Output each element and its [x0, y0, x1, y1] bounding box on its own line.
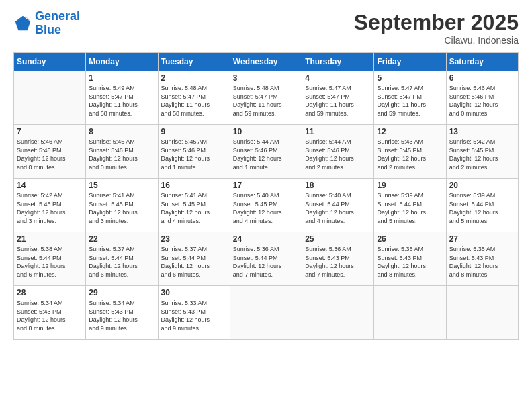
day-number: 28 [17, 288, 83, 298]
location: Cilawu, Indonesia [354, 35, 519, 46]
calendar-cell: 6Sunrise: 5:46 AM Sunset: 5:46 PM Daylig… [446, 71, 518, 125]
day-number: 6 [449, 73, 515, 83]
title-block: September 2025 Cilawu, Indonesia [354, 10, 519, 46]
calendar-cell: 13Sunrise: 5:42 AM Sunset: 5:45 PM Dayli… [446, 125, 518, 179]
day-info: Sunrise: 5:43 AM Sunset: 5:45 PM Dayligh… [377, 138, 443, 171]
day-info: Sunrise: 5:35 AM Sunset: 5:43 PM Dayligh… [377, 245, 443, 279]
calendar-cell: 18Sunrise: 5:40 AM Sunset: 5:44 PM Dayli… [302, 179, 374, 232]
calendar-cell: 20Sunrise: 5:39 AM Sunset: 5:44 PM Dayli… [446, 179, 518, 232]
calendar-cell: 14Sunrise: 5:42 AM Sunset: 5:45 PM Dayli… [14, 179, 86, 232]
day-info: Sunrise: 5:41 AM Sunset: 5:45 PM Dayligh… [89, 191, 154, 225]
day-number: 8 [89, 127, 154, 136]
calendar-cell: 23Sunrise: 5:37 AM Sunset: 5:44 PM Dayli… [158, 232, 230, 286]
day-info: Sunrise: 5:45 AM Sunset: 5:46 PM Dayligh… [161, 138, 227, 171]
day-number: 14 [17, 181, 83, 190]
calendar-cell: 1Sunrise: 5:49 AM Sunset: 5:47 PM Daylig… [86, 71, 158, 125]
week-row-2: 7Sunrise: 5:46 AM Sunset: 5:46 PM Daylig… [14, 125, 519, 179]
logo-icon [13, 14, 32, 33]
day-info: Sunrise: 5:34 AM Sunset: 5:43 PM Dayligh… [89, 299, 154, 332]
calendar-cell: 12Sunrise: 5:43 AM Sunset: 5:45 PM Dayli… [374, 125, 446, 179]
calendar-cell: 16Sunrise: 5:41 AM Sunset: 5:45 PM Dayli… [158, 179, 230, 232]
calendar-cell: 28Sunrise: 5:34 AM Sunset: 5:43 PM Dayli… [14, 286, 86, 340]
day-info: Sunrise: 5:34 AM Sunset: 5:43 PM Dayligh… [17, 299, 83, 332]
day-number: 22 [89, 234, 154, 244]
day-info: Sunrise: 5:38 AM Sunset: 5:44 PM Dayligh… [17, 245, 83, 279]
calendar-cell: 11Sunrise: 5:44 AM Sunset: 5:46 PM Dayli… [302, 125, 374, 179]
day-number: 1 [89, 73, 154, 83]
day-info: Sunrise: 5:40 AM Sunset: 5:45 PM Dayligh… [233, 191, 299, 225]
day-number: 4 [305, 73, 371, 83]
calendar-cell [230, 286, 302, 340]
calendar-cell: 17Sunrise: 5:40 AM Sunset: 5:45 PM Dayli… [230, 179, 302, 232]
day-number: 21 [17, 234, 83, 244]
weekday-header-sunday: Sunday [14, 53, 86, 71]
calendar-table: SundayMondayTuesdayWednesdayThursdayFrid… [13, 52, 519, 340]
week-row-3: 14Sunrise: 5:42 AM Sunset: 5:45 PM Dayli… [14, 179, 519, 232]
calendar-cell: 10Sunrise: 5:44 AM Sunset: 5:46 PM Dayli… [230, 125, 302, 179]
day-info: Sunrise: 5:44 AM Sunset: 5:46 PM Dayligh… [305, 138, 371, 171]
month-title: September 2025 [354, 10, 519, 35]
day-number: 7 [17, 127, 83, 136]
day-info: Sunrise: 5:47 AM Sunset: 5:47 PM Dayligh… [377, 84, 443, 118]
day-info: Sunrise: 5:46 AM Sunset: 5:46 PM Dayligh… [17, 138, 83, 171]
calendar-cell: 8Sunrise: 5:45 AM Sunset: 5:46 PM Daylig… [86, 125, 158, 179]
calendar-cell: 30Sunrise: 5:33 AM Sunset: 5:43 PM Dayli… [158, 286, 230, 340]
day-number: 3 [233, 73, 299, 83]
day-number: 23 [161, 234, 227, 244]
day-info: Sunrise: 5:45 AM Sunset: 5:46 PM Dayligh… [89, 138, 154, 171]
day-info: Sunrise: 5:39 AM Sunset: 5:44 PM Dayligh… [377, 191, 443, 225]
day-info: Sunrise: 5:48 AM Sunset: 5:47 PM Dayligh… [161, 84, 227, 118]
calendar-cell [374, 286, 446, 340]
svg-marker-0 [15, 16, 30, 30]
weekday-header-tuesday: Tuesday [158, 53, 230, 71]
calendar-cell: 3Sunrise: 5:48 AM Sunset: 5:47 PM Daylig… [230, 71, 302, 125]
day-info: Sunrise: 5:36 AM Sunset: 5:43 PM Dayligh… [305, 245, 371, 279]
calendar-cell: 25Sunrise: 5:36 AM Sunset: 5:43 PM Dayli… [302, 232, 374, 286]
day-number: 27 [449, 234, 515, 244]
logo-blue: Blue [35, 24, 80, 37]
weekday-header-wednesday: Wednesday [230, 53, 302, 71]
page: General Blue September 2025 Cilawu, Indo… [0, 0, 532, 411]
day-number: 17 [233, 181, 299, 190]
header: General Blue September 2025 Cilawu, Indo… [13, 10, 519, 46]
calendar-cell: 27Sunrise: 5:35 AM Sunset: 5:43 PM Dayli… [446, 232, 518, 286]
day-number: 9 [161, 127, 227, 136]
day-number: 18 [305, 181, 371, 190]
calendar-cell: 5Sunrise: 5:47 AM Sunset: 5:47 PM Daylig… [374, 71, 446, 125]
calendar-cell [14, 71, 86, 125]
day-info: Sunrise: 5:41 AM Sunset: 5:45 PM Dayligh… [161, 191, 227, 225]
day-number: 12 [377, 127, 443, 136]
day-info: Sunrise: 5:37 AM Sunset: 5:44 PM Dayligh… [89, 245, 154, 279]
day-number: 15 [89, 181, 154, 190]
day-number: 26 [377, 234, 443, 244]
calendar-cell: 22Sunrise: 5:37 AM Sunset: 5:44 PM Dayli… [86, 232, 158, 286]
day-info: Sunrise: 5:47 AM Sunset: 5:47 PM Dayligh… [305, 84, 371, 118]
calendar-cell: 26Sunrise: 5:35 AM Sunset: 5:43 PM Dayli… [374, 232, 446, 286]
day-number: 2 [161, 73, 227, 83]
calendar-cell: 24Sunrise: 5:36 AM Sunset: 5:44 PM Dayli… [230, 232, 302, 286]
day-number: 29 [89, 288, 154, 298]
calendar-cell: 2Sunrise: 5:48 AM Sunset: 5:47 PM Daylig… [158, 71, 230, 125]
day-info: Sunrise: 5:48 AM Sunset: 5:47 PM Dayligh… [233, 84, 299, 118]
week-row-5: 28Sunrise: 5:34 AM Sunset: 5:43 PM Dayli… [14, 286, 519, 340]
day-info: Sunrise: 5:46 AM Sunset: 5:46 PM Dayligh… [449, 84, 515, 118]
logo-general: General [35, 9, 80, 23]
logo-text: General Blue [35, 10, 80, 37]
week-row-4: 21Sunrise: 5:38 AM Sunset: 5:44 PM Dayli… [14, 232, 519, 286]
calendar-cell: 19Sunrise: 5:39 AM Sunset: 5:44 PM Dayli… [374, 179, 446, 232]
day-info: Sunrise: 5:42 AM Sunset: 5:45 PM Dayligh… [17, 191, 83, 225]
calendar-cell: 7Sunrise: 5:46 AM Sunset: 5:46 PM Daylig… [14, 125, 86, 179]
weekday-header-saturday: Saturday [446, 53, 518, 71]
calendar-cell: 9Sunrise: 5:45 AM Sunset: 5:46 PM Daylig… [158, 125, 230, 179]
day-number: 30 [161, 288, 227, 298]
day-number: 10 [233, 127, 299, 136]
calendar-cell: 4Sunrise: 5:47 AM Sunset: 5:47 PM Daylig… [302, 71, 374, 125]
weekday-header-friday: Friday [374, 53, 446, 71]
day-info: Sunrise: 5:40 AM Sunset: 5:44 PM Dayligh… [305, 191, 371, 225]
day-info: Sunrise: 5:42 AM Sunset: 5:45 PM Dayligh… [449, 138, 515, 171]
day-info: Sunrise: 5:36 AM Sunset: 5:44 PM Dayligh… [233, 245, 299, 279]
calendar-cell [446, 286, 518, 340]
weekday-header-monday: Monday [86, 53, 158, 71]
logo: General Blue [13, 10, 80, 37]
weekday-header-thursday: Thursday [302, 53, 374, 71]
